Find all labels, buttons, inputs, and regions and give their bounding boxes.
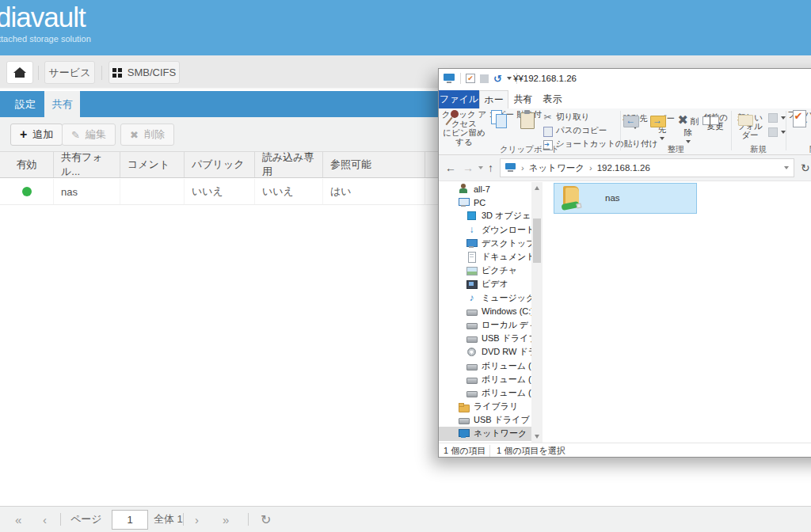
rename-button[interactable]: 名前の 変更 xyxy=(700,113,730,131)
next-page-button[interactable]: › xyxy=(195,507,199,532)
tree-item-usb-drive-e-2[interactable]: USB ドライブ (E:) xyxy=(439,413,531,427)
file-item-nas[interactable]: nas xyxy=(554,183,697,214)
pagination-divider xyxy=(248,513,249,526)
home-button[interactable] xyxy=(6,61,33,84)
explorer-window[interactable]: ✔ ↺ ¥¥192.168.1.26 ファイル ホーム 共有 表示 クイック ア… xyxy=(438,68,811,458)
scroll-up-icon[interactable] xyxy=(535,186,539,190)
tree-item-windows-c[interactable]: Windows (C:) xyxy=(439,305,531,318)
shared-folder-icon xyxy=(562,186,585,211)
column-header-enabled[interactable]: 有効 xyxy=(0,152,54,177)
new-item-button[interactable] xyxy=(768,113,786,123)
add-button[interactable]: + 追加 xyxy=(10,124,63,146)
tree-item-local-disk-d[interactable]: ローカル ディスク (D:) xyxy=(439,318,531,332)
drive-icon xyxy=(458,415,470,425)
forward-icon[interactable]: → xyxy=(463,162,474,174)
tree-item-volume-g[interactable]: ボリューム (G:) xyxy=(439,359,531,372)
refresh-button[interactable]: ↻ xyxy=(261,507,271,532)
delete-button[interactable]: ✖ 削除 xyxy=(120,124,174,146)
tree-item-usb-drive-e[interactable]: USB ドライブ (E:) xyxy=(439,332,531,345)
tree-item-desktop[interactable]: デスクトップ xyxy=(439,237,531,250)
tree-item-music[interactable]: ♪ミュージック xyxy=(439,291,531,305)
tree-item-3d-objects[interactable]: 3D オブジェクト xyxy=(439,209,531,222)
tree-item-documents[interactable]: ドキュメント xyxy=(439,250,531,264)
item-count: 1 個の項目 xyxy=(444,445,485,457)
breadcrumb-host[interactable]: 192.168.1.26 xyxy=(597,163,650,173)
tree-item-pictures[interactable]: ピクチャ xyxy=(439,264,531,277)
paste-button[interactable]: 貼り付け xyxy=(515,110,543,128)
smb-cifs-button[interactable]: SMB/CIFS xyxy=(109,61,180,84)
drive-icon xyxy=(466,320,478,330)
ribbon-tab-home[interactable]: ホーム xyxy=(479,90,508,108)
video-icon xyxy=(466,279,478,289)
easy-access-button[interactable] xyxy=(768,127,786,137)
pin-to-quick-access-button[interactable]: クイック アクセス にピン留めする xyxy=(440,110,488,146)
tree-item-libraries[interactable]: ライブラリ xyxy=(439,400,531,413)
qat-divider xyxy=(460,73,461,84)
tree-item-pc[interactable]: PC xyxy=(439,196,531,209)
move-to-button[interactable]: ← 移動先 xyxy=(623,113,648,129)
smb-cifs-label: SMB/CIFS xyxy=(128,66,176,78)
explorer-titlebar[interactable]: ✔ ↺ ¥¥192.168.1.26 xyxy=(439,69,811,90)
cut-label: 切り取り xyxy=(556,112,590,123)
delete-file-button[interactable]: ✖ 削除 xyxy=(676,113,700,143)
address-refresh-icon[interactable]: ↻ xyxy=(801,162,810,174)
tree-item-dvd-rw-f[interactable]: DVD RW ドライブ (F:) xyxy=(439,345,531,359)
column-header-public[interactable]: パブリック xyxy=(185,152,255,177)
edit-button[interactable]: ✎ 編集 xyxy=(62,124,116,146)
address-input[interactable]: › ネットワーク › 192.168.1.26 xyxy=(500,158,794,177)
pictures-icon xyxy=(466,265,478,276)
navbar-divider xyxy=(38,66,39,80)
tree-item-volume-h[interactable]: ボリューム (H:) xyxy=(439,373,531,386)
address-history-chevron-icon[interactable] xyxy=(784,166,789,169)
last-page-button[interactable]: » xyxy=(223,507,229,532)
tab-settings[interactable]: 設定 xyxy=(6,91,44,117)
first-page-button[interactable]: « xyxy=(15,507,21,532)
scroll-down-icon[interactable] xyxy=(535,435,539,439)
tree-item-videos[interactable]: ビデオ xyxy=(439,277,531,291)
ribbon-tabs: ファイル ホーム 共有 表示 xyxy=(439,90,811,108)
properties-qat-icon[interactable]: ✔ xyxy=(466,74,475,83)
window-title: ¥¥192.168.1.26 xyxy=(513,74,577,83)
column-header-comment[interactable]: コメント xyxy=(120,152,185,177)
up-icon[interactable]: ↑ xyxy=(488,162,493,174)
ribbon-tab-view[interactable]: 表示 xyxy=(538,90,567,108)
column-header-shared-folder[interactable]: 共有フォル... xyxy=(54,152,120,177)
recent-locations-chevron-icon[interactable] xyxy=(478,166,483,169)
music-icon: ♪ xyxy=(466,293,478,303)
shared-folder-cell: nas xyxy=(54,179,120,204)
breadcrumb-network[interactable]: ネットワーク xyxy=(529,162,584,174)
tree-item-network[interactable]: ネットワーク xyxy=(439,427,531,440)
copy-button[interactable]: コピー xyxy=(488,110,515,120)
new-folder-qat-icon[interactable] xyxy=(480,74,489,83)
prev-page-button[interactable]: ‹ xyxy=(43,507,47,532)
column-header-browsable[interactable]: 参照可能 xyxy=(323,152,425,177)
screen: diavault ttached storage solution サービス S… xyxy=(0,0,811,532)
copy-path-button[interactable]: パスのコピー xyxy=(543,125,607,136)
back-icon[interactable]: ← xyxy=(445,162,456,174)
page-input[interactable] xyxy=(112,510,148,530)
undo-icon[interactable]: ↺ xyxy=(493,74,502,84)
app-logo: diavault xyxy=(0,2,86,33)
ribbon-tab-share[interactable]: 共有 xyxy=(508,90,538,108)
ribbon-tab-file[interactable]: ファイル xyxy=(439,90,479,108)
properties-button[interactable]: ✔ プロパティ xyxy=(787,110,811,128)
network-location-icon xyxy=(505,163,516,173)
orange-check-icon: ✔ xyxy=(794,112,803,121)
add-label: 追加 xyxy=(32,127,53,142)
tree-item-downloads[interactable]: ↓ダウンロード xyxy=(439,223,531,237)
scrollbar-thumb[interactable] xyxy=(533,218,541,263)
tree-item-volume-i[interactable]: ボリューム (I:) xyxy=(439,386,531,400)
tree-scrollbar[interactable] xyxy=(531,182,543,443)
qat-customize-chevron-icon[interactable] xyxy=(507,77,512,80)
services-button[interactable]: サービス xyxy=(44,61,95,84)
pc-icon xyxy=(458,197,470,207)
tree-item-all-7[interactable]: all-7 xyxy=(439,182,531,196)
cut-button[interactable]: ✂ 切り取り xyxy=(543,112,590,123)
new-folder-button[interactable]: 新しい フォルダー xyxy=(733,113,767,139)
enabled-status-dot xyxy=(22,187,32,196)
services-label: サービス xyxy=(49,66,91,80)
status-bar: 1 個の項目 1 個の項目を選択 xyxy=(439,443,811,457)
column-header-readonly[interactable]: 読み込み専用 xyxy=(255,152,323,177)
copy-to-button[interactable]: → コピー先 xyxy=(648,113,676,140)
tab-shares[interactable]: 共有 xyxy=(44,91,80,117)
